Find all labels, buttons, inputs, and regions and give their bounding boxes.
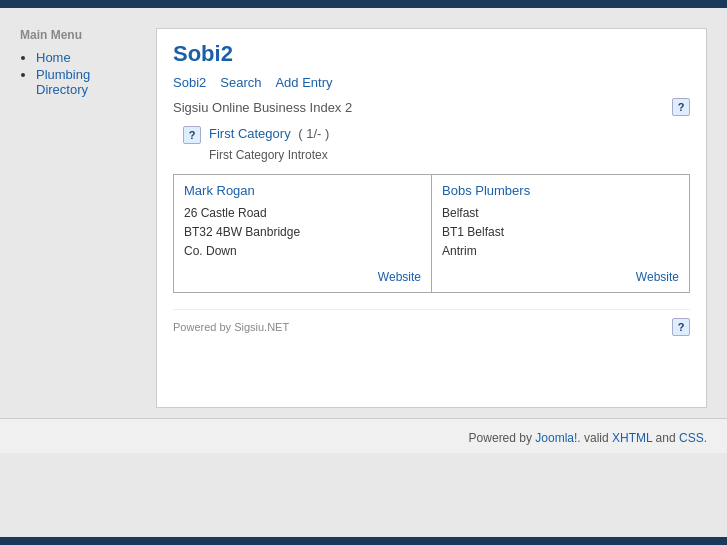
main-content: Sobi2 Sobi2 Search Add Entry Sigsiu Onli… <box>156 28 707 408</box>
entry-cell-0: Mark Rogan 26 Castle Road BT32 4BW Banbr… <box>174 175 432 293</box>
main-inner-footer: Powered by Sigsiu.NET ? <box>173 309 690 336</box>
section-heading-row: Sigsiu Online Business Index 2 ? <box>173 98 690 116</box>
footer-brand-link[interactable]: Joomla! <box>535 431 577 445</box>
footer-text-and: and <box>652 431 679 445</box>
entry-address-line2-1: BT1 Belfast <box>442 225 504 239</box>
page-title: Sobi2 <box>173 41 233 67</box>
help-icon-main[interactable]: ? <box>672 98 690 116</box>
sidebar-link-home[interactable]: Home <box>36 50 71 65</box>
entry-address-line2-0: BT32 4BW Banbridge <box>184 225 300 239</box>
nav-link-search[interactable]: Search <box>220 75 261 90</box>
category-help-icon[interactable]: ? <box>183 126 201 144</box>
footer-text-suffix: . <box>704 431 707 445</box>
help-icon-footer[interactable]: ? <box>672 318 690 336</box>
sidebar-link-plumbing[interactable]: PlumbingDirectory <box>36 67 90 97</box>
sidebar-title: Main Menu <box>20 28 140 42</box>
section-heading-text: Sigsiu Online Business Index 2 <box>173 100 352 115</box>
page-footer: Powered by Joomla!. valid XHTML and CSS. <box>0 418 727 453</box>
entry-website-0[interactable]: Website <box>184 270 421 284</box>
powered-by-sigsiu: Powered by Sigsiu.NET <box>173 321 289 333</box>
entry-address-1: Belfast BT1 Belfast Antrim <box>442 204 679 262</box>
nav-link-sobi2[interactable]: Sobi2 <box>173 75 206 90</box>
entry-website-1[interactable]: Website <box>442 270 679 284</box>
footer-css-link[interactable]: CSS <box>679 431 704 445</box>
entry-cell-1: Bobs Plumbers Belfast BT1 Belfast Antrim… <box>432 175 690 293</box>
category-intro: First Category Introtex <box>173 148 690 162</box>
sidebar: Main Menu Home PlumbingDirectory <box>20 28 140 408</box>
entries-table: Mark Rogan 26 Castle Road BT32 4BW Banbr… <box>173 174 690 293</box>
category-count: ( 1/- ) <box>298 126 329 141</box>
sidebar-item-home[interactable]: Home <box>36 50 140 65</box>
top-bar <box>0 0 727 8</box>
bottom-bar <box>0 537 727 545</box>
category-row: ? First Category ( 1/- ) <box>173 126 690 144</box>
footer-text-prefix: Powered by <box>469 431 536 445</box>
entry-name-1[interactable]: Bobs Plumbers <box>442 183 679 198</box>
entry-address-0: 26 Castle Road BT32 4BW Banbridge Co. Do… <box>184 204 421 262</box>
footer-xhtml-link[interactable]: XHTML <box>612 431 652 445</box>
footer-text-mid: . valid <box>577 431 612 445</box>
sidebar-item-plumbing[interactable]: PlumbingDirectory <box>36 67 140 97</box>
entry-name-0[interactable]: Mark Rogan <box>184 183 421 198</box>
nav-link-add-entry[interactable]: Add Entry <box>275 75 332 90</box>
entry-address-line3-1: Antrim <box>442 244 477 258</box>
entry-address-line1-0: 26 Castle Road <box>184 206 267 220</box>
entry-address-line3-0: Co. Down <box>184 244 237 258</box>
category-link[interactable]: First Category <box>209 126 291 141</box>
main-nav: Sobi2 Search Add Entry <box>173 75 690 90</box>
entry-address-line1-1: Belfast <box>442 206 479 220</box>
sidebar-nav: Home PlumbingDirectory <box>20 50 140 97</box>
